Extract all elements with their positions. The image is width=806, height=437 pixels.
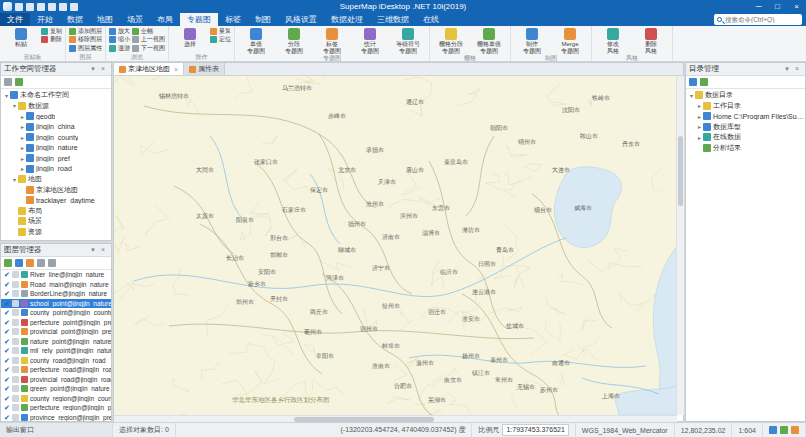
visibility-icon[interactable] — [12, 366, 19, 373]
new-file-icon[interactable] — [15, 3, 23, 11]
undo-icon[interactable] — [48, 3, 56, 11]
close-panel-icon[interactable]: × — [98, 244, 108, 256]
visibility-icon[interactable] — [12, 347, 19, 354]
button-select[interactable]: 选择 — [172, 27, 208, 48]
close-panel-icon[interactable]: × — [792, 63, 802, 75]
map-canvas[interactable]: 锡林浩特市乌兰浩特市通辽市赤峰市沈阳市铁岭市朝阳市锦州市鞍山市丹东市承德市张家口… — [114, 76, 677, 415]
button-label-thematic[interactable]: 标签 专题图 — [314, 27, 350, 54]
qat-dropdown-icon[interactable] — [70, 3, 78, 11]
layer-row[interactable]: ✔perfecture_region@jingjin_pref — [1, 403, 111, 413]
checkbox-checked-icon[interactable]: ✔ — [3, 365, 11, 374]
checkbox-checked-icon[interactable]: ✔ — [3, 299, 11, 308]
edit-icon[interactable] — [26, 259, 34, 267]
button-merge-thematic[interactable]: Merge 专题图 — [552, 27, 588, 54]
button-rank-thematic[interactable]: 等级符号 专题图 — [390, 27, 426, 54]
collapse-all-icon[interactable] — [4, 78, 12, 86]
visibility-icon[interactable] — [12, 300, 19, 307]
open-file-icon[interactable] — [26, 3, 34, 11]
workspace-tree-item[interactable]: ▸geodb — [1, 111, 111, 122]
add-dataset-icon[interactable] — [4, 259, 12, 267]
checkbox-checked-icon[interactable]: ✔ — [3, 413, 11, 421]
output-window-tab[interactable]: 输出窗口 — [0, 423, 113, 437]
visibility-icon[interactable] — [12, 338, 19, 345]
button-zoom-out[interactable]: 缩小 — [109, 36, 130, 45]
close-panel-icon[interactable]: × — [98, 63, 108, 75]
layer-row[interactable]: ✔provincial_point@jingjin_pref — [1, 327, 111, 337]
ribbon-tab-threed[interactable]: 三维数据 — [370, 13, 416, 26]
ribbon-tab-start[interactable]: 开始 — [30, 13, 60, 26]
workspace-tree-item[interactable]: ▾地图 — [1, 174, 111, 185]
crs-label[interactable]: WGS_1984_Web_Mercator — [576, 423, 675, 437]
workspace-tree-item[interactable]: 资源 — [1, 227, 111, 238]
zoom-out-icon[interactable] — [791, 426, 799, 434]
catalog-tree-item[interactable]: ▸在线数据 — [686, 132, 805, 143]
map-tab-attr[interactable]: 属性表 — [184, 63, 225, 75]
visibility-icon[interactable] — [15, 259, 23, 267]
workspace-tree-item[interactable]: tracklayer_daytime — [1, 195, 111, 206]
checkbox-checked-icon[interactable]: ✔ — [3, 289, 11, 298]
layer-row[interactable]: ✔perfecture_point@jingjin_pref — [1, 318, 111, 328]
refresh-icon[interactable] — [700, 78, 708, 86]
map-tab-map1[interactable]: 京津地区地图× — [114, 63, 184, 75]
workspace-tree-item[interactable]: ▸jingjin_nature — [1, 143, 111, 154]
move-down-icon[interactable] — [48, 259, 56, 267]
workspace-tree-item[interactable]: ▾未命名工作空间 — [1, 90, 111, 101]
layer-row[interactable]: ✔school_point@jingjin_nature — [1, 299, 111, 309]
pin-icon[interactable]: ▾ — [88, 244, 98, 256]
layer-row[interactable]: ✔perfecture_road@jingjin_road — [1, 365, 111, 375]
checkbox-checked-icon[interactable]: ✔ — [3, 375, 11, 384]
layer-row[interactable]: ✔county_region@jingjin_county — [1, 394, 111, 404]
visibility-icon[interactable] — [12, 376, 19, 383]
workspace-tree-item[interactable]: ▾数据源 — [1, 101, 111, 112]
layer-row[interactable]: ✔nature_point@jingjin_nature — [1, 337, 111, 347]
layer-row[interactable]: ✔county_road@jingjin_road — [1, 356, 111, 366]
ribbon-tab-data[interactable]: 数据 — [60, 13, 90, 26]
workspace-tree-item[interactable]: 京津地区地图 — [1, 185, 111, 196]
zoom-free-icon[interactable] — [780, 426, 788, 434]
checkbox-checked-icon[interactable]: ✔ — [3, 308, 11, 317]
visibility-icon[interactable] — [12, 395, 19, 402]
vertical-scroll-thumb[interactable] — [678, 136, 683, 206]
button-layer-property[interactable]: 图层属性 — [69, 44, 102, 53]
ribbon-tab-scene[interactable]: 场景 — [120, 13, 150, 26]
search-input[interactable] — [725, 16, 802, 23]
button-raster-range[interactable]: 栅格分段 专题图 — [433, 27, 469, 54]
minimize-button[interactable]: ─ — [749, 0, 768, 13]
map-vertical-scrollbar[interactable] — [676, 76, 684, 415]
catalog-tree-item[interactable]: ▸数据库型 — [686, 122, 805, 133]
ribbon-tab-layout[interactable]: 布局 — [150, 13, 180, 26]
checkbox-checked-icon[interactable]: ✔ — [3, 394, 11, 403]
button-paste[interactable]: 粘贴 — [3, 27, 39, 48]
layer-row[interactable]: ✔province_region@jingjin_pref — [1, 413, 111, 422]
add-folder-icon[interactable] — [689, 78, 697, 86]
catalog-tree-item[interactable]: ▾数据目录 — [686, 90, 805, 101]
close-tab-icon[interactable]: × — [174, 66, 178, 73]
checkbox-checked-icon[interactable]: ✔ — [3, 356, 11, 365]
pin-icon[interactable]: ▾ — [782, 63, 792, 75]
checkbox-checked-icon[interactable]: ✔ — [3, 346, 11, 355]
checkbox-checked-icon[interactable]: ✔ — [3, 327, 11, 336]
redo-icon[interactable] — [59, 3, 67, 11]
button-raster-unique[interactable]: 栅格单值 专题图 — [471, 27, 507, 54]
button-delete[interactable]: 删除 — [41, 36, 62, 45]
workspace-tree-item[interactable]: ▸jingjin_china — [1, 122, 111, 133]
ribbon-tab-label[interactable]: 标签 — [218, 13, 248, 26]
checkbox-checked-icon[interactable]: ✔ — [3, 280, 11, 289]
refresh-icon[interactable] — [15, 78, 23, 86]
button-unique-thematic[interactable]: 单值 专题图 — [238, 27, 274, 54]
checkbox-checked-icon[interactable]: ✔ — [3, 270, 11, 279]
ribbon-tab-file[interactable]: 文件 — [0, 13, 30, 26]
ribbon-tab-map[interactable]: 地图 — [90, 13, 120, 26]
command-search[interactable] — [714, 14, 802, 25]
save-icon[interactable] — [37, 3, 45, 11]
ribbon-tab-style[interactable]: 风格设置 — [278, 13, 324, 26]
workspace-tree-item[interactable]: 布局 — [1, 206, 111, 217]
layer-row[interactable]: ✔BorderLine@jingjin_nature — [1, 289, 111, 299]
button-full-extent[interactable]: 全幅 — [132, 27, 165, 36]
checkbox-checked-icon[interactable]: ✔ — [3, 337, 11, 346]
layer-row[interactable]: ✔Road_main@jingjin_nature — [1, 280, 111, 290]
button-measure[interactable]: 量算 — [210, 27, 231, 36]
zoom-in-icon[interactable] — [769, 426, 777, 434]
catalog-tree-item[interactable]: ▸工作目录 — [686, 101, 805, 112]
button-pan[interactable]: 漫游 — [109, 44, 130, 53]
